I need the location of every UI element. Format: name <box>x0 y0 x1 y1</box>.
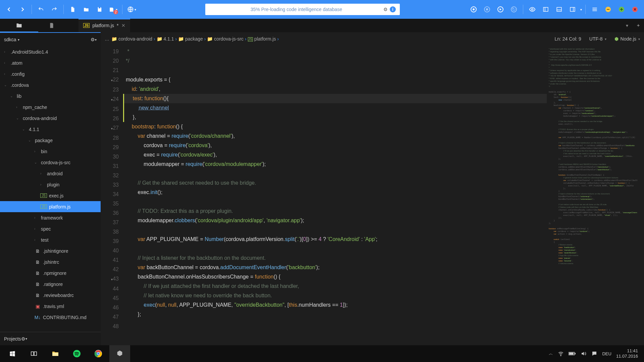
tree-item[interactable]: ⌄4.1.1 <box>0 124 101 135</box>
project-name: sdkca <box>4 37 16 42</box>
file-explorer-icon[interactable] <box>45 345 66 362</box>
tree-item[interactable]: ›.AndroidStudio1.4 <box>0 46 101 57</box>
new-file-button[interactable] <box>67 4 78 15</box>
notifications-icon[interactable] <box>591 351 597 357</box>
battery-icon[interactable] <box>569 351 576 356</box>
keyboard-lang[interactable]: DEU <box>602 351 611 356</box>
forward-button[interactable] <box>17 4 28 15</box>
main-toolbar: 2▾ ▾ 35% Pre-loading code intelligence d… <box>0 0 644 19</box>
undo-button[interactable] <box>35 4 47 15</box>
close-button[interactable] <box>629 4 641 15</box>
record-button[interactable] <box>468 4 479 15</box>
eye-icon[interactable] <box>527 4 538 15</box>
wifi-icon[interactable] <box>558 351 564 357</box>
tree-item[interactable]: ›bin <box>0 146 101 157</box>
crumb-part[interactable]: 📁 cordova-android <box>111 36 152 42</box>
redo-button[interactable] <box>49 4 60 15</box>
panel-left-icon[interactable] <box>540 4 551 15</box>
panel-doc-icon[interactable] <box>38 22 65 28</box>
tree-item[interactable]: M↓CONTRIBUTING.md <box>0 312 101 323</box>
code-area[interactable]: **/ module.exports = { id: 'android', te… <box>122 46 547 345</box>
tree-item[interactable]: ⌄.cordova <box>0 79 101 90</box>
svg-point-1 <box>532 9 533 10</box>
language-mode[interactable]: Node.js <box>621 36 636 42</box>
tree-item[interactable]: ›framework <box>0 212 101 223</box>
volume-icon[interactable] <box>581 351 587 357</box>
crumb-part[interactable]: 📁 package <box>178 36 203 42</box>
tree-item[interactable]: ⌄cordova-js-src <box>0 157 101 168</box>
crumb-part[interactable]: JS platform.js <box>248 36 276 42</box>
js-icon: JS <box>83 23 90 28</box>
tab-overflow-icon[interactable]: ▾ <box>621 20 633 31</box>
projects-label: Projects <box>4 336 21 342</box>
sidebar-header[interactable]: sdkca ▾ ⚙▾ <box>0 33 101 46</box>
panel-folder-icon[interactable] <box>0 19 38 32</box>
restart-button[interactable]: ↻ <box>508 4 520 15</box>
sidebar-footer[interactable]: Projects ⚙▾ <box>0 332 101 345</box>
tree-item[interactable]: JSexec.js <box>0 190 101 201</box>
tree-item[interactable]: ›android <box>0 168 101 179</box>
tree-item[interactable]: ›npm_cache <box>0 102 101 113</box>
clock[interactable]: 11:41 11.07.2016 <box>616 348 638 359</box>
tab-close-icon[interactable]: ✕ <box>121 23 125 28</box>
tree-item[interactable]: ⌄lib <box>0 90 101 102</box>
tree-item[interactable]: ▣.travis.yml <box>0 301 101 312</box>
play-button[interactable] <box>495 4 506 15</box>
tree-item[interactable]: ›spec <box>0 223 101 234</box>
browser-button[interactable]: ▾ <box>126 4 137 15</box>
tab-new-icon[interactable]: ＋ <box>633 20 644 31</box>
stop-button[interactable] <box>481 4 493 15</box>
ellipsis-icon[interactable]: … <box>105 36 109 42</box>
crumb-part[interactable]: 📁 cordova-js-src <box>207 36 244 42</box>
spotify-icon[interactable] <box>66 345 87 362</box>
gear-icon[interactable]: ⚙ <box>21 336 25 342</box>
svg-rect-15 <box>31 352 34 356</box>
tree-item[interactable]: 🗎.reviewboardrc <box>0 290 101 301</box>
svg-rect-16 <box>34 352 37 356</box>
tree-item[interactable]: 🗎.npmignore <box>0 267 101 279</box>
save-all-button[interactable]: 2▾ <box>107 4 119 15</box>
file-tree: ›.AndroidStudio1.4›.atom›.config⌄.cordov… <box>0 46 101 332</box>
loading-status: 35% Pre-loading code intelligence databa… <box>205 4 400 15</box>
tab-filename: platform.js <box>92 23 114 28</box>
tree-item[interactable]: JSplatform.js <box>0 201 101 212</box>
save-button[interactable] <box>94 4 105 15</box>
tree-item[interactable]: 🗎.jshintrc <box>0 256 101 267</box>
tree-item[interactable]: 🗎.ratignore <box>0 279 101 290</box>
svg-rect-24 <box>575 353 576 354</box>
gear-icon[interactable]: ⚙ <box>91 37 95 42</box>
tray-chevron-icon[interactable]: ︿ <box>549 351 553 357</box>
cursor-position[interactable]: Ln: 24 Col: 9 <box>554 36 581 42</box>
menu-icon[interactable] <box>589 4 600 15</box>
tree-item[interactable]: ›.config <box>0 68 101 79</box>
minimize-button[interactable] <box>602 4 614 15</box>
tree-item[interactable]: 🗎.jshintignore <box>0 245 101 256</box>
tree-item[interactable]: ›.atom <box>0 57 101 68</box>
panel-bottom-icon[interactable] <box>553 4 565 15</box>
svg-rect-2 <box>543 7 548 11</box>
panel-right-icon[interactable] <box>567 4 578 15</box>
windows-start-icon[interactable] <box>2 345 23 362</box>
maximize-button[interactable] <box>616 4 627 15</box>
svg-rect-4 <box>557 7 561 11</box>
tree-item[interactable]: ›test <box>0 234 101 245</box>
chrome-icon[interactable] <box>88 345 109 362</box>
encoding[interactable]: UTF-8 <box>589 36 603 42</box>
tree-item[interactable]: ⌄package <box>0 135 101 146</box>
minimap[interactable]: * distributed with this work for additio… <box>547 46 644 345</box>
open-file-button[interactable] <box>80 4 92 15</box>
tree-item[interactable]: ›plugin <box>0 179 101 190</box>
svg-point-22 <box>561 355 561 356</box>
info-icon[interactable]: i <box>390 6 396 12</box>
tree-item[interactable]: ⌄cordova-android <box>0 113 101 124</box>
app-icon[interactable] <box>109 345 130 362</box>
gear-icon[interactable]: ⚙ <box>383 7 388 12</box>
tab-platform-js[interactable]: JS platform.js * ✕ <box>78 19 130 32</box>
loading-text: 35% Pre-loading code intelligence databa… <box>209 7 383 12</box>
back-button[interactable] <box>3 4 15 15</box>
tab-modified: * <box>117 23 118 28</box>
gutter[interactable]: 192021▾2223▾242526▾272829303132333435363… <box>101 46 122 345</box>
sidebar: sdkca ▾ ⚙▾ ›.AndroidStudio1.4›.atom›.con… <box>0 32 101 345</box>
crumb-part[interactable]: 📁 4.1.1 <box>157 36 174 42</box>
task-view-icon[interactable] <box>23 345 44 362</box>
